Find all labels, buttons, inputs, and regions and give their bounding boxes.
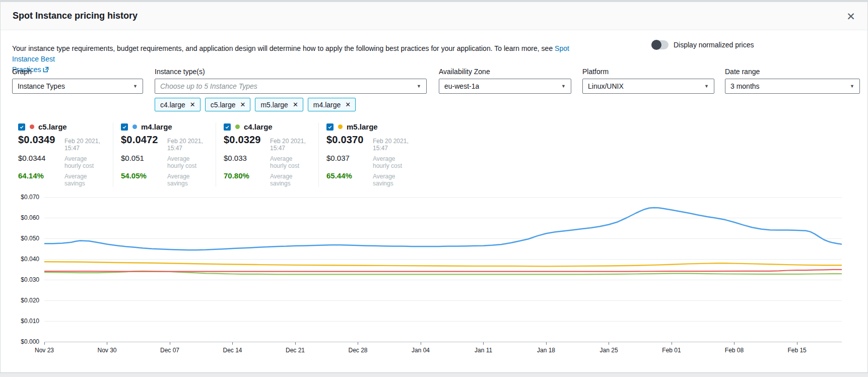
remove-tag-icon[interactable]: ✕ (190, 101, 195, 108)
graph-select[interactable]: Instance Types ▼ (12, 79, 143, 94)
instance-tag: c4.large ✕ (155, 98, 201, 111)
platform-label: Platform (582, 68, 714, 76)
instance-tag-label: c4.large (160, 101, 185, 109)
legend-card-header: c5.large (18, 122, 105, 131)
graph-select-value: Instance Types (18, 82, 65, 90)
average-savings-label: Average savings (373, 173, 413, 187)
platform-select[interactable]: Linux/UNIX ▼ (582, 79, 714, 94)
series-checkbox[interactable] (121, 123, 128, 131)
price-timestamp: Feb 20 2021, 15:47 (64, 138, 105, 152)
price-timestamp: Feb 20 2021, 15:47 (373, 138, 413, 152)
instance-tag-label: c5.large (211, 101, 236, 109)
average-hourly-cost-label: Average hourly cost (270, 155, 310, 169)
remove-tag-icon[interactable]: ✕ (345, 101, 351, 108)
close-icon[interactable]: ✕ (844, 10, 857, 23)
instance-tags: c4.large ✕ c5.large ✕ m5.large ✕ m4.larg… (155, 98, 356, 111)
average-savings-row: 54.05% Average savings (121, 171, 208, 187)
graph-label: Graph (12, 68, 143, 76)
series-checkbox[interactable] (224, 123, 231, 131)
series-line-m5.large[interactable] (44, 262, 842, 266)
instance-tag-label: m5.large (260, 101, 288, 109)
date-range-value: 3 months (730, 82, 760, 90)
series-legend: c5.large $0.0349 Feb 20 2021, 15:47 $0.0… (18, 122, 429, 187)
legend-card: c5.large $0.0349 Feb 20 2021, 15:47 $0.0… (18, 122, 113, 187)
average-hourly-cost: $0.033 (224, 154, 270, 162)
legend-card-header: m5.large (326, 122, 413, 131)
chevron-down-icon: ▼ (133, 84, 138, 89)
chevron-down-icon: ▼ (561, 84, 566, 89)
series-color-dot (132, 124, 137, 129)
availability-zone-select[interactable]: eu-west-1a ▼ (439, 79, 571, 94)
average-savings-label: Average savings (64, 173, 105, 187)
average-hourly-cost: $0.0344 (18, 154, 64, 162)
average-hourly-cost-label: Average hourly cost (167, 155, 208, 169)
chart-plot-area[interactable] (44, 197, 842, 343)
series-line-c5.large[interactable] (44, 270, 842, 272)
series-color-dot (235, 124, 240, 129)
series-checkbox[interactable] (326, 123, 333, 131)
filter-platform: Platform Linux/UNIX ▼ (582, 68, 714, 94)
series-color-dot (30, 124, 34, 129)
filter-graph: Graph Instance Types ▼ (12, 68, 143, 94)
current-price-row: $0.0349 Feb 20 2021, 15:47 (18, 134, 105, 152)
average-cost-row: $0.0344 Average hourly cost (18, 154, 105, 169)
average-savings-label: Average savings (270, 173, 310, 187)
instance-types-label: Instance type(s) (155, 68, 427, 76)
current-price-row: $0.0370 Feb 20 2021, 15:47 (326, 134, 413, 152)
chevron-down-icon: ▼ (704, 84, 709, 89)
check-icon (225, 124, 230, 130)
series-name: m5.large (347, 122, 378, 131)
instance-types-select[interactable]: Choose up to 5 Instance Types ▼ (155, 79, 427, 94)
average-savings-row: 65.44% Average savings (326, 171, 413, 187)
current-price: $0.0472 (121, 134, 167, 146)
series-name: m4.large (141, 122, 172, 131)
current-price-row: $0.0329 Feb 20 2021, 15:47 (224, 134, 310, 152)
intro-body: Your instance type requirements, budget … (12, 44, 555, 52)
chevron-down-icon: ▼ (850, 84, 854, 89)
remove-tag-icon[interactable]: ✕ (240, 101, 246, 108)
series-name: c4.large (244, 122, 273, 131)
average-cost-row: $0.037 Average hourly cost (326, 154, 413, 169)
check-icon (327, 124, 332, 130)
series-line-m4.large[interactable] (44, 208, 842, 250)
instance-tag: c5.large ✕ (205, 98, 251, 111)
average-savings: 54.05% (121, 171, 167, 180)
average-cost-row: $0.033 Average hourly cost (224, 154, 310, 169)
normalized-prices-control: Display normalized prices (651, 40, 754, 49)
average-savings: 65.44% (326, 171, 373, 180)
remove-tag-icon[interactable]: ✕ (293, 101, 298, 108)
availability-zone-value: eu-west-1a (444, 82, 479, 90)
filter-availability-zone: Availability Zone eu-west-1a ▼ (439, 68, 571, 94)
page-background-strip (0, 372, 868, 377)
average-savings: 64.14% (18, 171, 64, 180)
check-icon (122, 124, 127, 130)
display-normalized-prices-toggle[interactable] (651, 40, 669, 49)
filter-date-range: Date range 3 months ▼ (725, 68, 860, 94)
average-hourly-cost: $0.051 (121, 154, 167, 162)
current-price-row: $0.0472 Feb 20 2021, 15:47 (121, 134, 208, 152)
instance-tag-label: m4.large (313, 101, 341, 109)
legend-card-header: m4.large (121, 122, 208, 131)
date-range-select[interactable]: 3 months ▼ (725, 79, 860, 94)
average-hourly-cost-label: Average hourly cost (373, 155, 413, 169)
filter-instance-types: Instance type(s) Choose up to 5 Instance… (155, 68, 427, 94)
toggle-knob (651, 40, 661, 50)
check-icon (19, 124, 24, 130)
current-price: $0.0370 (326, 134, 373, 146)
legend-card: m5.large $0.0370 Feb 20 2021, 15:47 $0.0… (326, 122, 421, 187)
price-timestamp: Feb 20 2021, 15:47 (270, 138, 310, 152)
legend-card: m4.large $0.0472 Feb 20 2021, 15:47 $0.0… (121, 122, 216, 187)
legend-card: c4.large $0.0329 Feb 20 2021, 15:47 $0.0… (224, 122, 319, 187)
price-timestamp: Feb 20 2021, 15:47 (167, 138, 208, 152)
average-hourly-cost: $0.037 (326, 154, 373, 162)
series-checkbox[interactable] (18, 123, 25, 131)
current-price: $0.0349 (18, 134, 64, 146)
availability-zone-label: Availability Zone (439, 68, 571, 76)
page-title: Spot Instance pricing history (13, 11, 138, 21)
chevron-down-icon: ▼ (417, 84, 421, 89)
average-savings: 70.80% (224, 171, 270, 180)
instance-tag: m4.large ✕ (308, 98, 356, 111)
toggle-label: Display normalized prices (674, 41, 754, 49)
average-hourly-cost-label: Average hourly cost (64, 155, 105, 169)
average-savings-row: 70.80% Average savings (224, 171, 310, 187)
